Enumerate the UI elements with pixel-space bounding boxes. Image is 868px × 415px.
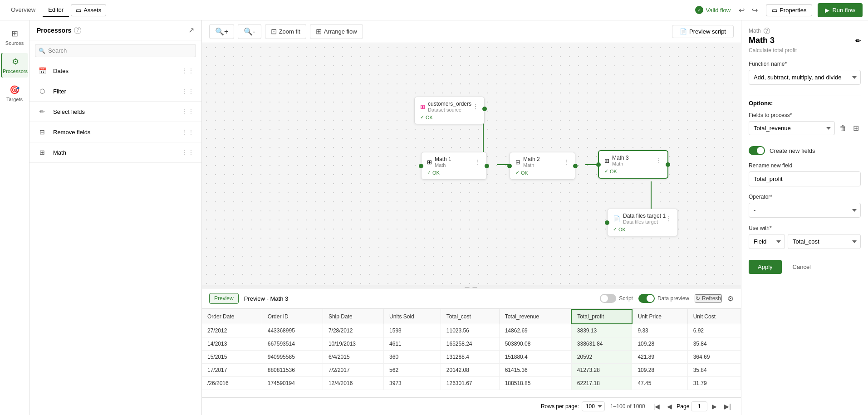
- zoom-in-button[interactable]: 🔍+: [209, 24, 234, 39]
- delete-field-button[interactable]: 🗑: [838, 122, 848, 134]
- node-math3[interactable]: ⊞ Math 3 Math ⋮ ✓ OK: [598, 150, 668, 179]
- collapse-button[interactable]: ↗: [188, 26, 194, 34]
- math3-icon: ⊞: [604, 157, 609, 164]
- next-page-button[interactable]: ▶: [709, 401, 720, 411]
- node-dataset-source[interactable]: ⊞ customers_orders Dataset source ⋮ ✓ OK: [414, 97, 485, 124]
- fields-to-process-select[interactable]: Total_revenue: [749, 121, 835, 135]
- refresh-icon: ↻: [696, 295, 700, 302]
- arrange-flow-icon: ⊞: [316, 27, 322, 36]
- table-row: 27/20124433689957/28/2012159311023.56148…: [202, 324, 741, 337]
- processor-list: 📅 Dates ⋮⋮ ⬡ Filter ⋮⋮ ✏ Select fields ⋮…: [29, 61, 201, 415]
- node-more-math2[interactable]: ⋮: [563, 158, 569, 166]
- preview-script-button[interactable]: 📄 Preview script: [672, 25, 734, 38]
- tab-editor[interactable]: Editor: [43, 4, 69, 17]
- math1-title: Math 1: [435, 156, 451, 162]
- dataset-source-status: ✓ OK: [420, 114, 479, 120]
- create-new-fields-label: Create new fields: [770, 147, 815, 154]
- drag-handle-remove-fields[interactable]: ⋮⋮: [181, 128, 194, 136]
- node-math2[interactable]: ⊞ Math 2 Math ⋮ ✓ OK: [510, 152, 575, 180]
- drag-handle-dates[interactable]: ⋮⋮: [181, 67, 194, 74]
- use-with-value-select[interactable]: Total_cost: [788, 234, 861, 249]
- page-number-input[interactable]: [691, 401, 707, 411]
- fields-to-process-row: Total_revenue 🗑 ⊞: [749, 121, 861, 135]
- sidebar-item-sources[interactable]: ⊞ Sources: [1, 25, 28, 49]
- sidebar-item-targets[interactable]: 🎯 Targets: [1, 81, 28, 106]
- run-flow-button[interactable]: ▶ Run flow: [818, 3, 863, 17]
- data-table-wrap: Order Date Order ID Ship Date Units Sold…: [202, 309, 741, 397]
- redo-button[interactable]: ↪: [749, 4, 760, 16]
- main-layout: ⊞ Sources ⚙ Processors 🎯 Targets Process…: [0, 20, 868, 415]
- properties-icon: ▭: [772, 7, 777, 14]
- tab-overview[interactable]: Overview: [5, 4, 41, 17]
- right-panel-title: Math 3 ✏: [749, 36, 861, 45]
- data-table: Order Date Order ID Ship Date Units Sold…: [202, 309, 741, 390]
- sidebar-item-processors[interactable]: ⚙ Processors: [1, 53, 28, 78]
- processors-title: Processors: [37, 27, 71, 34]
- script-toggle[interactable]: [600, 294, 616, 303]
- create-new-fields-knob: [757, 147, 764, 154]
- undo-button[interactable]: ↩: [736, 4, 747, 16]
- drag-handle-filter[interactable]: ⋮⋮: [181, 88, 194, 95]
- apply-button[interactable]: Apply: [749, 260, 782, 274]
- add-field-button[interactable]: ⊞: [851, 122, 861, 134]
- processor-item-filter[interactable]: ⬡ Filter ⋮⋮: [29, 81, 201, 102]
- play-icon: ▶: [825, 7, 829, 14]
- rows-per-page-select[interactable]: 100 50 200: [582, 401, 605, 411]
- node-more-data-files[interactable]: ⋮: [666, 215, 672, 222]
- rename-new-field-group: Rename new field: [749, 162, 861, 186]
- page-nav: |◀ ◀ Page ▶ ▶|: [651, 401, 734, 411]
- node-data-files-target[interactable]: 📄 Data files target 1 Data files target …: [607, 209, 678, 236]
- drag-handle-select-fields[interactable]: ⋮⋮: [181, 108, 194, 115]
- operator-label: Operator*: [749, 194, 861, 200]
- connector-in-data-files: [605, 220, 609, 225]
- properties-button[interactable]: ▭ Properties: [766, 4, 812, 16]
- function-name-select[interactable]: Add, subtract, multiply, and divide: [749, 70, 861, 85]
- data-preview-toggle-group: Data preview: [638, 294, 689, 303]
- refresh-button[interactable]: ↻ Refresh: [695, 294, 722, 303]
- processor-item-dates[interactable]: 📅 Dates ⋮⋮: [29, 61, 201, 81]
- node-more-math1[interactable]: ⋮: [475, 158, 481, 166]
- connector-in-math3: [596, 162, 601, 167]
- edit-title-icon[interactable]: ✏: [855, 37, 861, 44]
- processor-item-math[interactable]: ⊞ Math ⋮⋮: [29, 142, 201, 163]
- math3-subtitle: Math: [612, 161, 629, 166]
- rename-new-field-input[interactable]: [749, 171, 861, 186]
- use-with-group: Use with* Field Value Total_cost: [749, 225, 861, 249]
- last-page-button[interactable]: ▶|: [721, 401, 734, 411]
- node-more-dataset[interactable]: ⋮: [472, 103, 479, 110]
- math2-title: Math 2: [523, 156, 540, 162]
- cancel-button[interactable]: Cancel: [785, 260, 818, 274]
- col-header-total-cost: Total_cost: [441, 309, 499, 324]
- use-with-label: Use with*: [749, 225, 861, 231]
- page-info: 1–100 of 1000: [610, 403, 645, 410]
- processor-search-input[interactable]: [35, 44, 196, 57]
- use-with-type-select[interactable]: Field Value: [749, 234, 785, 249]
- prev-page-button[interactable]: ◀: [664, 401, 675, 411]
- flow-canvas[interactable]: ⊞ customers_orders Dataset source ⋮ ✓ OK: [202, 43, 741, 285]
- arrange-flow-button[interactable]: ⊞ Arrange flow: [310, 24, 363, 39]
- math1-icon: ⊞: [427, 159, 432, 166]
- data-preview-toggle[interactable]: [638, 294, 655, 303]
- settings-icon[interactable]: ⚙: [727, 294, 734, 303]
- help-icon-right: ?: [764, 28, 770, 34]
- drag-handle-math[interactable]: ⋮⋮: [181, 149, 194, 156]
- first-page-button[interactable]: |◀: [651, 401, 663, 411]
- node-more-math3[interactable]: ⋮: [656, 157, 662, 164]
- preview-tab-button[interactable]: Preview: [209, 293, 239, 304]
- help-icon[interactable]: ?: [74, 27, 81, 34]
- assets-icon: ▭: [76, 7, 81, 14]
- function-name-label: Function name*: [749, 61, 861, 67]
- operator-select[interactable]: - + * /: [749, 203, 861, 218]
- zoom-fit-button[interactable]: ⊡ Zoom fit: [265, 24, 306, 39]
- preview-header: Preview Preview - Math 3 Script Data pre…: [202, 288, 741, 309]
- processor-item-select-fields[interactable]: ✏ Select fields ⋮⋮: [29, 102, 201, 122]
- assets-button[interactable]: ▭ Assets: [71, 4, 106, 16]
- processor-item-remove-fields[interactable]: ⊟ Remove fields ⋮⋮: [29, 122, 201, 142]
- create-new-fields-toggle[interactable]: [749, 146, 765, 155]
- col-header-unit-price: Unit Price: [632, 309, 687, 324]
- data-files-title: Data files target 1: [623, 213, 666, 219]
- zoom-out-button[interactable]: 🔍-: [238, 24, 261, 39]
- node-math1[interactable]: ⊞ Math 1 Math ⋮ ✓ OK: [421, 152, 487, 180]
- connector-out-math2: [573, 164, 578, 168]
- math-icon: ⊞: [37, 147, 48, 158]
